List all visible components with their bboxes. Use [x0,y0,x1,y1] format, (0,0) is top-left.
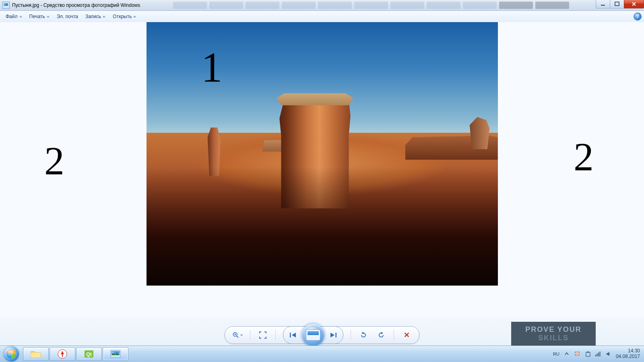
image-viewer-area [0,22,644,332]
action-center-icon[interactable] [574,351,580,357]
rotate-cw-button[interactable] [376,330,386,340]
slideshow-button[interactable] [302,324,324,346]
svg-rect-20 [595,355,596,356]
chevron-down-icon [240,333,243,337]
rotate-ccw-button[interactable] [358,330,369,340]
svg-rect-19 [586,352,590,356]
delete-button[interactable]: ✕ [401,330,412,340]
menu-email[interactable]: Эл. почта [54,13,81,20]
svg-point-16 [112,352,114,353]
next-button[interactable] [324,327,343,343]
menu-open[interactable]: Открыть [109,13,139,20]
menu-email-label: Эл. почта [57,14,78,19]
input-language-indicator[interactable]: RU [553,352,559,356]
volume-icon[interactable] [605,351,612,357]
slideshow-icon [306,329,320,341]
windows-logo-icon [4,346,19,362]
photo-viewer-icon [110,350,121,358]
svg-rect-21 [597,354,597,356]
delete-icon: ✕ [404,331,410,339]
start-button[interactable] [0,346,23,362]
menu-bar: Файл Печать Эл. почта Запись Открыть ? [0,11,644,23]
svg-point-2 [5,4,6,4]
svg-text:Qt: Qt [86,352,91,357]
menu-print-label: Печать [29,14,45,19]
clock-date: 04.08.2017 [616,354,640,360]
svg-rect-3 [601,5,605,6]
rotate-cw-icon [377,331,385,339]
fit-window-icon [259,331,267,339]
taskbar: Qt RU 14:30 04.08.2017 [0,346,644,362]
svg-rect-22 [598,353,599,357]
taskbar-item-yandex[interactable] [50,347,75,361]
fit-to-window-button[interactable] [258,330,268,340]
rotate-ccw-icon [359,331,367,339]
svg-rect-23 [599,352,600,356]
svg-line-6 [237,336,238,337]
power-icon[interactable] [584,351,591,357]
network-icon[interactable] [595,351,601,357]
chevron-down-icon [103,15,105,18]
app-icon [2,2,10,9]
svg-rect-4 [615,2,619,6]
title-bar: Пустыня.jpg - Средство просмотра фотогра… [0,0,644,11]
magnifier-icon [232,331,239,339]
system-tray: RU 14:30 04.08.2017 [549,346,644,362]
menu-file-label: Файл [6,14,18,19]
chevron-down-icon [133,15,136,18]
svg-rect-10 [336,333,337,337]
menu-print[interactable]: Печать [26,13,53,20]
help-icon: ? [636,14,639,19]
navigation-group [283,326,343,344]
help-button[interactable]: ? [634,12,642,21]
skip-next-icon [329,332,338,338]
previous-button[interactable] [283,327,303,343]
maximize-button[interactable] [610,0,624,8]
taskbar-item-photo-viewer[interactable] [103,347,128,361]
yandex-icon [57,349,68,359]
show-hidden-icons-button[interactable] [564,351,570,357]
folder-icon [30,350,41,358]
viewer-controls: ✕ [0,322,644,348]
svg-rect-9 [290,333,291,337]
clock[interactable]: 14:30 04.08.2017 [616,348,640,360]
chevron-down-icon [47,15,50,18]
menu-file[interactable]: Файл [2,13,25,20]
chevron-down-icon [19,15,22,18]
skip-previous-icon [289,332,297,338]
minimize-button[interactable] [596,0,610,8]
taskbar-item-qt[interactable]: Qt [76,347,102,361]
menu-open-label: Открыть [113,14,132,19]
taskbar-item-explorer[interactable] [23,347,49,361]
close-button[interactable] [624,0,644,8]
menu-burn[interactable]: Запись [82,13,109,20]
qt-icon: Qt [84,349,94,359]
window-title: Пустыня.jpg - Средство просмотра фотогра… [12,2,140,8]
displayed-image [147,22,498,286]
clock-time: 14:30 [616,348,640,354]
menu-burn-label: Запись [85,14,101,19]
background-window-tabs [173,0,592,10]
zoom-button[interactable] [232,330,243,340]
